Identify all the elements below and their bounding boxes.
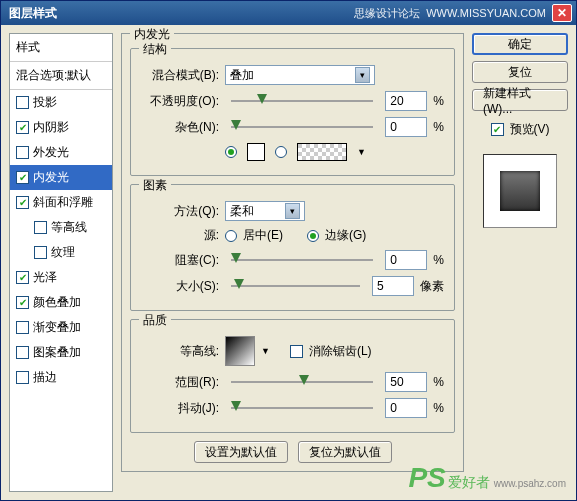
choke-label: 阻塞(C):	[141, 252, 219, 269]
preview-checkbox[interactable]	[491, 123, 504, 136]
new-style-button[interactable]: 新建样式(W)...	[472, 89, 568, 111]
main-panel: 内发光 结构 混合模式(B): 叠加 ▾ 不透明度(O): 20	[121, 33, 464, 492]
range-slider[interactable]	[231, 373, 373, 391]
style-item-label: 图案叠加	[33, 344, 81, 361]
gradient-swatch[interactable]	[297, 143, 347, 161]
size-slider[interactable]	[231, 277, 360, 295]
jitter-slider[interactable]	[231, 399, 373, 417]
contour-label: 等高线:	[141, 343, 219, 360]
style-checkbox[interactable]	[16, 321, 29, 334]
chevron-down-icon[interactable]: ▼	[261, 346, 270, 356]
blend-options-default[interactable]: 混合选项:默认	[10, 62, 112, 90]
opacity-unit: %	[433, 94, 444, 108]
ok-button[interactable]: 确定	[472, 33, 568, 55]
method-value: 柔和	[230, 203, 254, 220]
size-label: 大小(S):	[141, 278, 219, 295]
noise-slider[interactable]	[231, 118, 373, 136]
size-unit: 像素	[420, 278, 444, 295]
styles-header[interactable]: 样式	[10, 34, 112, 62]
set-default-button[interactable]: 设置为默认值	[194, 441, 288, 463]
quality-title: 品质	[139, 312, 171, 329]
style-item[interactable]: 投影	[10, 90, 112, 115]
style-item-label: 内发光	[33, 169, 69, 186]
preview-box	[483, 154, 557, 228]
blend-mode-value: 叠加	[230, 67, 254, 84]
range-label: 范围(R):	[141, 374, 219, 391]
style-item[interactable]: 颜色叠加	[10, 290, 112, 315]
antialias-label: 消除锯齿(L)	[309, 343, 372, 360]
style-item[interactable]: 描边	[10, 365, 112, 390]
style-item-label: 内阴影	[33, 119, 69, 136]
opacity-input[interactable]: 20	[385, 91, 427, 111]
style-item-label: 纹理	[51, 244, 75, 261]
style-item[interactable]: 内阴影	[10, 115, 112, 140]
gradient-radio[interactable]	[275, 146, 287, 158]
antialias-checkbox[interactable]	[290, 345, 303, 358]
contour-picker[interactable]	[225, 336, 255, 366]
style-item[interactable]: 图案叠加	[10, 340, 112, 365]
elements-title: 图素	[139, 177, 171, 194]
style-item[interactable]: 渐变叠加	[10, 315, 112, 340]
style-item-label: 等高线	[51, 219, 87, 236]
jitter-input[interactable]: 0	[385, 398, 427, 418]
jitter-label: 抖动(J):	[141, 400, 219, 417]
style-item[interactable]: 内发光	[10, 165, 112, 190]
site-url: WWW.MISSYUAN.COM	[426, 7, 546, 19]
quality-group: 品质 等高线: ▼ 消除锯齿(L) 范围(R): 50 %	[130, 319, 455, 433]
style-checkbox[interactable]	[16, 171, 29, 184]
watermark: PS 爱好者 www.psahz.com	[408, 462, 566, 494]
size-input[interactable]: 5	[372, 276, 414, 296]
choke-input[interactable]: 0	[385, 250, 427, 270]
site-name: 思缘设计论坛	[354, 6, 420, 21]
noise-unit: %	[433, 120, 444, 134]
style-checkbox[interactable]	[16, 96, 29, 109]
window-title: 图层样式	[5, 5, 57, 22]
noise-input[interactable]: 0	[385, 117, 427, 137]
style-item[interactable]: 光泽	[10, 265, 112, 290]
range-unit: %	[433, 375, 444, 389]
opacity-slider[interactable]	[231, 92, 373, 110]
elements-group: 图素 方法(Q): 柔和 ▾ 源: 居中(E) 边缘	[130, 184, 455, 311]
right-panel: 确定 复位 新建样式(W)... 预览(V)	[472, 33, 568, 492]
method-dropdown[interactable]: 柔和 ▾	[225, 201, 305, 221]
color-radio[interactable]	[225, 146, 237, 158]
structure-title: 结构	[139, 41, 171, 58]
reset-default-button[interactable]: 复位为默认值	[298, 441, 392, 463]
style-checkbox[interactable]	[34, 221, 47, 234]
chevron-down-icon[interactable]: ▼	[357, 147, 366, 157]
opacity-label: 不透明度(O):	[141, 93, 219, 110]
style-item[interactable]: 斜面和浮雕	[10, 190, 112, 215]
style-checkbox[interactable]	[16, 146, 29, 159]
style-checkbox[interactable]	[16, 121, 29, 134]
preview-label: 预览(V)	[510, 121, 550, 138]
titlebar: 图层样式 思缘设计论坛 WWW.MISSYUAN.COM ✕	[1, 1, 576, 25]
choke-slider[interactable]	[231, 251, 373, 269]
style-item[interactable]: 纹理	[10, 240, 112, 265]
close-icon[interactable]: ✕	[552, 4, 572, 22]
method-label: 方法(Q):	[141, 203, 219, 220]
style-item[interactable]: 等高线	[10, 215, 112, 240]
blend-mode-label: 混合模式(B):	[141, 67, 219, 84]
color-swatch[interactable]	[247, 143, 265, 161]
style-checkbox[interactable]	[16, 346, 29, 359]
style-item[interactable]: 外发光	[10, 140, 112, 165]
choke-unit: %	[433, 253, 444, 267]
blend-mode-dropdown[interactable]: 叠加 ▾	[225, 65, 375, 85]
cancel-button[interactable]: 复位	[472, 61, 568, 83]
style-item-label: 投影	[33, 94, 57, 111]
range-input[interactable]: 50	[385, 372, 427, 392]
style-item-label: 颜色叠加	[33, 294, 81, 311]
style-checkbox[interactable]	[34, 246, 47, 259]
source-center-radio[interactable]	[225, 230, 237, 242]
chevron-down-icon: ▾	[285, 203, 300, 219]
source-center-label: 居中(E)	[243, 227, 283, 244]
structure-group: 结构 混合模式(B): 叠加 ▾ 不透明度(O): 20 %	[130, 48, 455, 176]
layer-style-dialog: 图层样式 思缘设计论坛 WWW.MISSYUAN.COM ✕ 样式 混合选项:默…	[0, 0, 577, 501]
style-checkbox[interactable]	[16, 371, 29, 384]
source-edge-radio[interactable]	[307, 230, 319, 242]
style-checkbox[interactable]	[16, 271, 29, 284]
style-checkbox[interactable]	[16, 196, 29, 209]
style-checkbox[interactable]	[16, 296, 29, 309]
styles-list: 样式 混合选项:默认 投影内阴影外发光内发光斜面和浮雕等高线纹理光泽颜色叠加渐变…	[9, 33, 113, 492]
style-item-label: 描边	[33, 369, 57, 386]
